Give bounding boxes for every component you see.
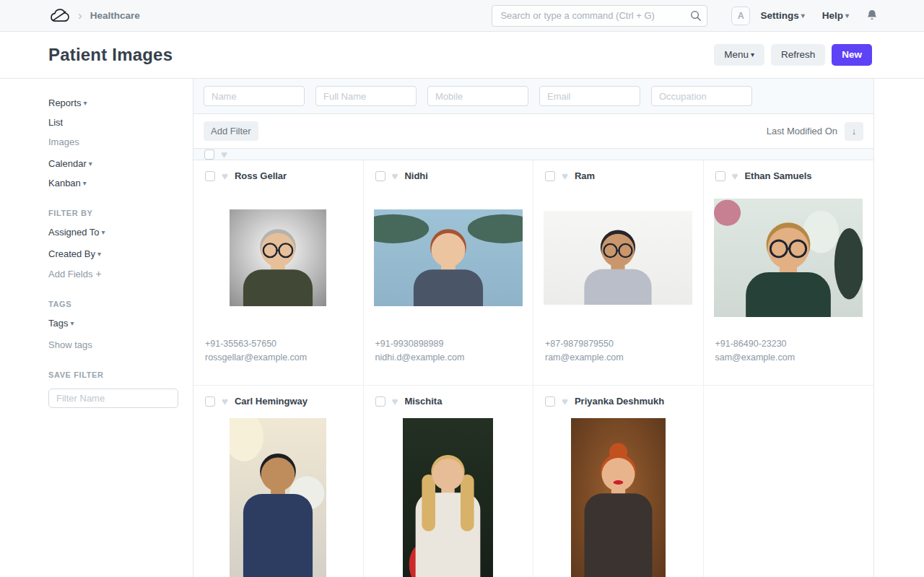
chevron-down-icon: ▾	[845, 12, 849, 19]
global-search	[492, 5, 707, 27]
favorite-heart-icon[interactable]: ♥	[221, 149, 227, 160]
favorite-heart-icon[interactable]: ♥	[732, 170, 738, 181]
select-all-checkbox[interactable]	[204, 149, 214, 160]
created-by-filter[interactable]: Created By▾	[48, 248, 178, 260]
patient-card: ♥ Priyanka Deshmukh	[533, 386, 704, 577]
select-checkbox[interactable]	[545, 396, 555, 407]
patient-card: ♥ Nidhi +91-9930898989 nidhi.d@example.c…	[364, 160, 534, 386]
user-avatar[interactable]: A	[731, 6, 750, 25]
name-filter-input[interactable]	[204, 86, 305, 106]
select-checkbox[interactable]	[375, 396, 385, 407]
breadcrumb-chevron-icon: ›	[78, 9, 82, 22]
favorite-heart-icon[interactable]: ♥	[392, 396, 398, 407]
add-fields-link[interactable]: Add Fields+	[48, 268, 178, 280]
help-menu[interactable]: Help▾	[822, 10, 849, 21]
chevron-down-icon: ▾	[89, 158, 92, 170]
search-input[interactable]	[492, 5, 707, 27]
patient-photo[interactable]	[533, 418, 703, 577]
chevron-down-icon: ▾	[83, 178, 87, 189]
cloud-logo-icon	[48, 7, 70, 25]
tags-filter[interactable]: Tags▾	[48, 318, 178, 329]
patient-phone: +91-9930898989	[375, 337, 522, 351]
favorite-heart-icon[interactable]: ♥	[222, 396, 228, 407]
patient-email: nidhi.d@example.com	[375, 351, 522, 365]
sort-direction-button[interactable]: ↓	[845, 122, 863, 141]
image-grid: ♥ Ross Gellar +91-35563-57650 rossgellar…	[193, 160, 873, 577]
favorite-heart-icon[interactable]: ♥	[562, 396, 568, 407]
chevron-down-icon: ▾	[102, 227, 105, 238]
patient-photo[interactable]	[533, 186, 703, 330]
email-filter-input[interactable]	[539, 86, 640, 106]
patient-phone: +91-86490-23230	[715, 337, 863, 351]
sidebar-item-calendar[interactable]: Calendar▾	[48, 158, 178, 170]
select-checkbox[interactable]	[375, 171, 385, 181]
occupation-filter-input[interactable]	[651, 86, 752, 106]
patient-card: ♥ Mischita	[364, 386, 534, 577]
save-filter-label: SAVE FILTER	[48, 370, 178, 379]
list-view: Add Filter Last Modified On ↓ ♥ ♥ Ross G…	[193, 79, 874, 577]
select-all-row: ♥	[193, 149, 873, 160]
patient-photo[interactable]	[193, 186, 363, 330]
chevron-down-icon: ▾	[751, 51, 754, 59]
filter-by-label: FILTER BY	[48, 209, 178, 217]
add-filter-button[interactable]: Add Filter	[204, 121, 258, 141]
favorite-heart-icon[interactable]: ♥	[562, 170, 568, 181]
app-logo[interactable]	[48, 7, 70, 25]
search-icon	[690, 10, 702, 22]
plus-icon: +	[95, 268, 101, 279]
patient-card: ♥ Ethan Samuels +91-86490-23230 sam@exam…	[704, 160, 874, 386]
sidebar-item-list[interactable]: List	[48, 117, 178, 129]
refresh-button[interactable]: Refresh	[771, 44, 825, 66]
filter-name-input[interactable]	[48, 389, 178, 408]
page-header: Patient Images Menu▾ Refresh New	[0, 32, 924, 79]
select-checkbox[interactable]	[205, 171, 215, 181]
chevron-down-icon: ▾	[70, 318, 74, 329]
patient-name-link[interactable]: Carl Hemingway	[235, 396, 308, 407]
patient-name-link[interactable]: Priyanka Deshmukh	[575, 396, 664, 407]
patient-photo[interactable]	[193, 418, 363, 577]
patient-photo[interactable]	[364, 186, 533, 330]
menu-button[interactable]: Menu▾	[714, 44, 764, 66]
patient-photo[interactable]	[364, 418, 533, 577]
favorite-heart-icon[interactable]: ♥	[222, 170, 228, 181]
patient-name-link[interactable]: Ross Gellar	[235, 170, 287, 181]
tags-label: TAGS	[48, 300, 178, 308]
sidebar-item-kanban[interactable]: Kanban▾	[48, 178, 178, 189]
patient-name-link[interactable]: Mischita	[404, 396, 442, 407]
right-gutter	[874, 79, 924, 577]
top-navbar: › Healthcare A Settings▾ Help▾	[0, 0, 924, 32]
sort-field-label[interactable]: Last Modified On	[767, 126, 837, 136]
new-button[interactable]: New	[832, 44, 872, 66]
breadcrumb[interactable]: Healthcare	[90, 10, 140, 21]
filter-toolbar: Add Filter Last Modified On ↓	[193, 114, 873, 149]
show-tags-link[interactable]: Show tags	[48, 339, 178, 351]
patient-phone: +91-35563-57650	[205, 337, 352, 351]
select-checkbox[interactable]	[205, 396, 215, 407]
empty-grid-cell	[704, 386, 874, 577]
sidebar-item-reports[interactable]: Reports▾	[48, 97, 178, 109]
patient-name-link[interactable]: Ethan Samuels	[744, 170, 811, 181]
patient-email: rossgellar@example.com	[205, 351, 352, 365]
patient-email: ram@example.com	[545, 351, 692, 365]
mobile-filter-input[interactable]	[427, 86, 528, 106]
patient-card: ♥ Carl Hemingway	[193, 386, 364, 577]
page-title: Patient Images	[48, 45, 173, 65]
patient-phone: +87-9879879550	[545, 337, 692, 351]
patient-contact: +91-86490-23230 sam@example.com	[704, 330, 874, 376]
favorite-heart-icon[interactable]: ♥	[392, 170, 398, 181]
notifications-bell-icon[interactable]	[866, 9, 878, 22]
select-checkbox[interactable]	[715, 171, 725, 181]
patient-card: ♥ Ross Gellar +91-35563-57650 rossgellar…	[193, 160, 364, 386]
list-sidebar: Reports▾ List Images Calendar▾ Kanban▾ F…	[0, 79, 193, 577]
chevron-down-icon: ▾	[801, 12, 805, 19]
full-name-filter-input[interactable]	[315, 86, 417, 106]
patient-name-link[interactable]: Nidhi	[404, 170, 428, 181]
patient-name-link[interactable]: Ram	[575, 170, 595, 181]
standard-filters	[193, 79, 873, 114]
sidebar-item-images[interactable]: Images	[48, 136, 178, 148]
patient-photo[interactable]	[704, 186, 874, 330]
select-checkbox[interactable]	[545, 171, 555, 181]
assigned-to-filter[interactable]: Assigned To▾	[48, 227, 178, 238]
patient-email: sam@example.com	[715, 351, 863, 365]
settings-menu[interactable]: Settings▾	[760, 10, 804, 21]
